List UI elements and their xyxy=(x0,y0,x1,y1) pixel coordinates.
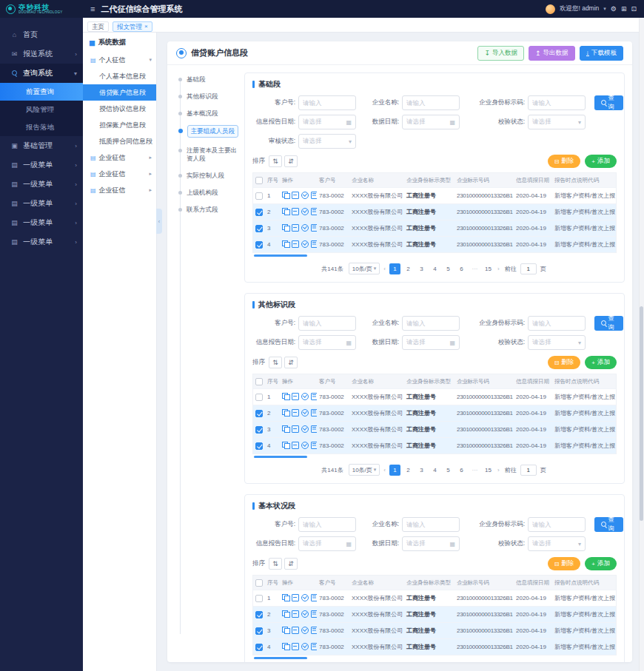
scrollbar-thumb[interactable] xyxy=(640,306,643,521)
sidebar-item[interactable]: ▤一级菜单› xyxy=(0,232,83,252)
sidebar-subitem[interactable]: 报告落地 xyxy=(0,118,83,136)
detail-icon[interactable] xyxy=(311,208,317,215)
goto-page-input[interactable] xyxy=(520,263,537,274)
row-checkbox[interactable] xyxy=(255,225,263,232)
sidebar-item[interactable]: ✉报送系统› xyxy=(0,44,83,64)
row-checkbox[interactable] xyxy=(255,410,263,417)
detail-icon[interactable] xyxy=(311,643,317,650)
copy-icon[interactable] xyxy=(282,192,289,199)
copy-icon[interactable] xyxy=(282,594,289,601)
anchor-item[interactable]: 联系方式段 xyxy=(176,206,238,214)
import-button[interactable]: ↧导入数据 xyxy=(477,46,524,61)
archive-icon[interactable] xyxy=(292,594,299,601)
archive-icon[interactable] xyxy=(292,442,299,449)
detail-icon[interactable] xyxy=(311,425,317,433)
date-picker[interactable]: 请选择▦ xyxy=(298,536,356,551)
page-size-select[interactable]: 10条/页▾ xyxy=(349,464,380,476)
goto-page-input[interactable] xyxy=(520,465,537,476)
text-input[interactable] xyxy=(528,517,586,532)
select-input[interactable]: 请选择▾ xyxy=(298,134,356,149)
sort-asc-button[interactable]: ⇅ xyxy=(269,155,282,167)
fullscreen-icon[interactable]: ⊡ xyxy=(631,5,637,13)
page-button[interactable]: 2 xyxy=(403,465,414,476)
anchor-item[interactable]: 基本概况段 xyxy=(176,109,238,118)
detail-icon[interactable] xyxy=(311,610,317,618)
check-circle-icon[interactable] xyxy=(301,425,309,433)
anchor-item[interactable]: 主要组成人员段 xyxy=(176,127,238,138)
copy-icon[interactable] xyxy=(282,409,289,417)
check-circle-icon[interactable] xyxy=(301,643,309,650)
row-checkbox[interactable] xyxy=(255,595,263,602)
date-picker[interactable]: 请选择▦ xyxy=(402,115,460,129)
table-row[interactable]: 2783-0002XXXX股份有限公司工商注册号2301000000013326… xyxy=(253,405,616,422)
page-button[interactable]: 5 xyxy=(443,263,454,274)
archive-icon[interactable] xyxy=(292,610,299,618)
table-row[interactable]: 3783-0002XXXX股份有限公司工商注册号2301000000013326… xyxy=(253,422,616,438)
copy-icon[interactable] xyxy=(282,425,289,433)
row-checkbox[interactable] xyxy=(255,426,263,434)
add-button[interactable]: +添加 xyxy=(585,557,617,570)
search-button[interactable]: 查询 xyxy=(594,95,623,110)
sidebar-subitem[interactable]: 前置查询 xyxy=(0,83,83,101)
select-input[interactable]: 请选择▾ xyxy=(528,115,586,129)
row-checkbox[interactable] xyxy=(255,394,263,401)
row-checkbox[interactable] xyxy=(255,241,263,249)
tree-group[interactable]: ▤企业征信▸ xyxy=(83,182,156,198)
tab[interactable]: 报文管理× xyxy=(113,21,152,32)
check-circle-icon[interactable] xyxy=(301,409,309,417)
date-picker[interactable]: 请选择▦ xyxy=(402,335,460,350)
layout-icon[interactable]: ⊞ xyxy=(621,5,627,13)
check-circle-icon[interactable] xyxy=(301,594,309,601)
next-page-button[interactable]: › xyxy=(496,467,501,473)
table-row[interactable]: 4783-0002XXXX股份有限公司工商注册号2301000000013326… xyxy=(253,438,616,454)
delete-button[interactable]: ⊟删除 xyxy=(548,557,581,570)
page-button[interactable]: 6 xyxy=(456,263,467,274)
archive-icon[interactable] xyxy=(292,192,299,199)
detail-icon[interactable] xyxy=(311,393,317,400)
h-scrollbar[interactable] xyxy=(254,254,307,257)
settings-icon[interactable]: ⚙ xyxy=(611,5,617,13)
text-input[interactable] xyxy=(298,316,356,331)
check-circle-icon[interactable] xyxy=(301,393,309,400)
copy-icon[interactable] xyxy=(282,643,289,650)
row-checkbox[interactable] xyxy=(255,644,263,651)
sidebar-item[interactable]: ▤一级菜单› xyxy=(0,213,83,232)
avatar[interactable] xyxy=(546,4,555,14)
detail-icon[interactable] xyxy=(311,192,317,199)
next-page-button[interactable]: › xyxy=(496,266,501,272)
copy-icon[interactable] xyxy=(282,442,289,449)
text-input[interactable] xyxy=(528,95,586,110)
check-circle-icon[interactable] xyxy=(301,442,309,449)
sort-desc-button[interactable]: ⇵ xyxy=(284,558,298,570)
chevron-down-icon[interactable]: ▾ xyxy=(603,6,606,12)
sort-desc-button[interactable]: ⇵ xyxy=(284,155,298,167)
sidebar-item[interactable]: ▣基础管理› xyxy=(0,136,83,155)
archive-icon[interactable] xyxy=(292,393,299,400)
archive-icon[interactable] xyxy=(292,409,299,417)
tree-leaf[interactable]: 个人基本信息段 xyxy=(83,68,156,84)
table-row[interactable]: 4783-0002XXXX股份有限公司工商注册号2301000000013326… xyxy=(253,237,616,253)
prev-page-button[interactable]: ‹ xyxy=(382,266,387,272)
copy-icon[interactable] xyxy=(282,224,289,232)
detail-icon[interactable] xyxy=(311,409,317,417)
sidebar-item[interactable]: ▤一级菜单› xyxy=(0,155,83,175)
anchor-item[interactable]: 实际控制人段 xyxy=(176,172,238,180)
row-checkbox[interactable] xyxy=(255,627,263,635)
check-circle-icon[interactable] xyxy=(301,610,309,618)
delete-button[interactable]: ⊟删除 xyxy=(548,155,581,168)
anchor-item[interactable]: 其他标识段 xyxy=(176,92,238,101)
check-circle-icon[interactable] xyxy=(301,208,309,215)
tree-group[interactable]: ▤企业征信▸ xyxy=(83,149,156,166)
detail-icon[interactable] xyxy=(311,240,317,248)
tree-group[interactable]: ▤企业征信▸ xyxy=(83,166,156,182)
page-button[interactable]: 4 xyxy=(429,465,440,476)
check-circle-icon[interactable] xyxy=(301,240,309,248)
delete-button[interactable]: ⊟删除 xyxy=(548,356,581,369)
export-button[interactable]: ↥导出数据 xyxy=(529,46,575,61)
text-input[interactable] xyxy=(402,95,460,110)
table-row[interactable]: 1783-0002XXXX股份有限公司工商注册号2301000000013326… xyxy=(253,590,616,607)
text-input[interactable] xyxy=(402,517,460,532)
check-circle-icon[interactable] xyxy=(301,627,309,634)
archive-icon[interactable] xyxy=(292,240,299,248)
sidebar-item[interactable]: ▤一级菜单› xyxy=(0,175,83,194)
